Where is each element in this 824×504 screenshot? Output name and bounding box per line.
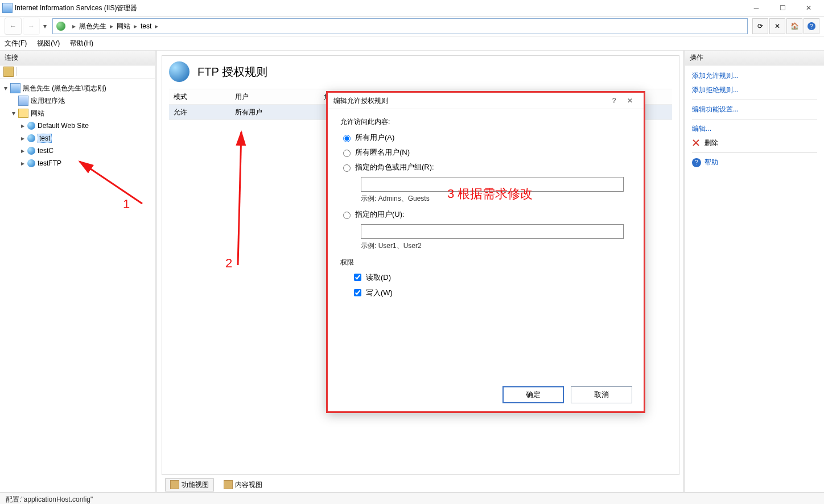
- tree-site-test[interactable]: ▸ test: [2, 132, 153, 144]
- col-mode[interactable]: 模式: [169, 92, 230, 102]
- check-write[interactable]: 写入(W): [352, 287, 631, 298]
- breadcrumb[interactable]: ▸ 黑色先生 ▸ 网站 ▸ test ▸: [52, 18, 748, 34]
- app-pools-icon: [18, 96, 28, 106]
- radio-roles[interactable]: 指定的角色或用户组(R):: [340, 162, 631, 172]
- radio-users-input[interactable]: [343, 212, 351, 219]
- nav-bar: ← → ▾ ▸ 黑色先生 ▸ 网站 ▸ test ▸ ⟳ ✕ 🏠 ?: [0, 16, 824, 36]
- ok-button[interactable]: 确定: [502, 386, 564, 403]
- maximize-button[interactable]: ☐: [769, 0, 796, 16]
- radio-all-users[interactable]: 所有用户(A): [340, 133, 631, 143]
- action-edit[interactable]: 编辑...: [692, 122, 817, 136]
- menu-view[interactable]: 视图(V): [37, 39, 60, 48]
- actions-title: 操作: [685, 51, 824, 65]
- dialog-close-button[interactable]: ✕: [622, 97, 638, 105]
- dialog-titlebar: 编辑允许授权规则 ? ✕: [328, 93, 644, 109]
- connections-title: 连接: [0, 51, 155, 65]
- actions-panel: 操作 添加允许规则... 添加拒绝规则... 编辑功能设置... 编辑... 删…: [683, 51, 824, 492]
- delete-icon: [692, 139, 701, 148]
- help-icon: ?: [692, 158, 701, 167]
- connections-tree[interactable]: ▾ 黑色先生 (黑色先生\项志刚) 应用程序池 ▾ 网站 ▸ Default W…: [0, 79, 155, 492]
- action-help[interactable]: ? 帮助: [692, 155, 817, 170]
- site-icon: [27, 122, 35, 130]
- col-user[interactable]: 用户: [230, 92, 319, 102]
- view-tabs: 功能视图 内容视图: [162, 477, 683, 492]
- menu-file[interactable]: 文件(F): [5, 39, 27, 48]
- feature-heading: FTP 授权规则: [197, 64, 267, 80]
- app-icon: [2, 3, 13, 13]
- add-connection-icon[interactable]: [3, 67, 14, 77]
- edit-allow-rule-dialog: 编辑允许授权规则 ? ✕ 允许访问此内容: 所有用户(A) 所有匿名用户(N) …: [326, 91, 645, 413]
- check-write-input[interactable]: [354, 289, 361, 296]
- cell-user: 所有用户: [230, 108, 319, 117]
- tree-site-testc[interactable]: ▸ testC: [2, 144, 153, 157]
- minimize-button[interactable]: ─: [743, 0, 769, 16]
- feature-view-icon: [170, 480, 179, 489]
- action-add-allow[interactable]: 添加允许规则...: [692, 69, 817, 83]
- breadcrumb-part[interactable]: 黑色先生: [79, 22, 106, 31]
- perm-label: 权限: [340, 258, 631, 267]
- menu-help[interactable]: 帮助(H): [70, 39, 93, 48]
- site-icon: [27, 159, 35, 167]
- cancel-button[interactable]: 取消: [571, 386, 632, 403]
- dialog-title: 编辑允许授权规则: [333, 96, 388, 106]
- roles-example: 示例: Admins、Guests: [361, 194, 631, 204]
- tree-site-default[interactable]: ▸ Default Web Site: [2, 119, 153, 132]
- radio-anonymous-input[interactable]: [343, 150, 351, 157]
- home-button[interactable]: 🏠: [786, 18, 802, 34]
- stop-button[interactable]: ✕: [769, 18, 785, 34]
- tree-server-label: 黑色先生 (黑色先生\项志刚): [23, 84, 106, 93]
- radio-all-users-input[interactable]: [343, 135, 351, 142]
- status-bar: 配置:"applicationHost.config": [0, 492, 824, 504]
- nav-forward-button[interactable]: →: [23, 18, 40, 35]
- feature-icon: [169, 61, 189, 82]
- action-add-deny[interactable]: 添加拒绝规则...: [692, 83, 817, 97]
- help-button[interactable]: ?: [804, 18, 819, 34]
- site-icon: [27, 134, 35, 142]
- dialog-help-button[interactable]: ?: [606, 97, 622, 105]
- breadcrumb-part[interactable]: 网站: [117, 22, 130, 31]
- tree-app-pools[interactable]: 应用程序池: [2, 94, 153, 107]
- breadcrumb-part[interactable]: test: [141, 22, 151, 30]
- connections-toolbar: [0, 65, 155, 79]
- nav-history-dropdown[interactable]: ▾: [41, 22, 49, 30]
- server-icon: [10, 83, 20, 93]
- radio-roles-input[interactable]: [343, 164, 351, 172]
- tree-server-node[interactable]: ▾ 黑色先生 (黑色先生\项志刚): [2, 82, 153, 94]
- roles-input[interactable]: [361, 177, 624, 192]
- folder-icon: [18, 109, 28, 118]
- titlebar: Internet Information Services (IIS)管理器 ─…: [0, 0, 824, 16]
- users-input[interactable]: [361, 224, 624, 239]
- close-button[interactable]: ✕: [796, 0, 822, 16]
- users-example: 示例: User1、User2: [361, 241, 631, 251]
- action-delete[interactable]: 删除: [692, 136, 817, 150]
- cell-mode: 允许: [169, 108, 230, 117]
- status-config: 配置:"applicationHost.config": [6, 495, 93, 505]
- window-title: Internet Information Services (IIS)管理器: [13, 3, 743, 13]
- site-icon: [27, 147, 35, 155]
- check-read-input[interactable]: [354, 274, 361, 281]
- nav-back-button[interactable]: ←: [5, 18, 22, 35]
- radio-anonymous[interactable]: 所有匿名用户(N): [340, 147, 631, 158]
- radio-users[interactable]: 指定的用户(U):: [340, 209, 631, 220]
- tree-site-testftp[interactable]: ▸ testFTP: [2, 157, 153, 170]
- breadcrumb-sep: ▸: [72, 22, 76, 30]
- content-view-icon: [224, 480, 233, 489]
- tab-feature-view[interactable]: 功能视图: [165, 478, 214, 491]
- check-read[interactable]: 读取(D): [352, 272, 631, 283]
- connections-panel: 连接 ▾ 黑色先生 (黑色先生\项志刚) 应用程序池 ▾ 网站 ▸: [0, 51, 157, 492]
- breadcrumb-icon: [56, 22, 65, 31]
- menu-bar: 文件(F) 视图(V) 帮助(H): [0, 36, 824, 51]
- tree-sites-node[interactable]: ▾ 网站: [2, 107, 153, 119]
- dialog-header: 允许访问此内容:: [340, 117, 631, 127]
- tab-content-view[interactable]: 内容视图: [219, 478, 267, 491]
- action-edit-feature[interactable]: 编辑功能设置...: [692, 102, 817, 117]
- refresh-button[interactable]: ⟳: [752, 18, 768, 34]
